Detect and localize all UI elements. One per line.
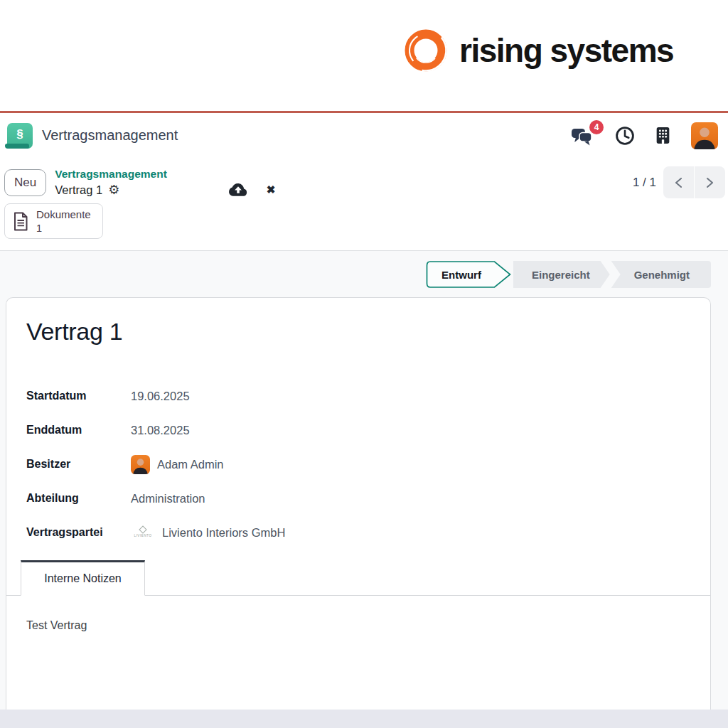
breadcrumb-current-row: Vertrag 1 ⚙ (55, 182, 167, 198)
field-label-besitzer: Besitzer (26, 458, 131, 471)
notebook-tabs: Interne Notizen (6, 560, 710, 596)
smart-button-label: Dokumente (36, 208, 91, 222)
status-step-eingereicht[interactable]: Eingereicht (513, 261, 610, 288)
form-view: Entwurf Eingereicht Genehmigt Vertrag 1 … (0, 251, 728, 710)
breadcrumb-row: Neu Vertragsmanagement Vertrag 1 ⚙ ✖ (4, 166, 725, 198)
status-step-label: Entwurf (426, 261, 497, 288)
section-sign-glyph: § (16, 127, 23, 141)
form-sheet: Vertrag 1 Startdatum 19.06.2025 Enddatum… (6, 297, 711, 710)
user-avatar[interactable] (691, 122, 718, 149)
field-row-besitzer: Besitzer Adam Admin (26, 454, 690, 475)
field-value-besitzer[interactable]: Adam Admin (131, 455, 224, 474)
page: rising systems § Vertragsmanagement 4 (0, 0, 728, 728)
breadcrumb-parent-link[interactable]: Vertragsmanagement (55, 167, 167, 182)
field-row-abteilung: Abteilung Administration (26, 488, 690, 509)
action-gear-icon[interactable]: ⚙ (108, 183, 119, 196)
liviento-diamond-icon (139, 526, 146, 534)
owner-avatar (131, 455, 150, 474)
new-record-button[interactable]: Neu (4, 169, 46, 196)
unread-count-badge: 4 (589, 120, 604, 134)
partner-company-logo: LIVIENTO (131, 527, 155, 538)
field-value-startdatum[interactable]: 19.06.2025 (131, 390, 190, 403)
control-panel: Neu Vertragsmanagement Vertrag 1 ⚙ ✖ (0, 158, 728, 250)
brand-wordmark: rising systems (459, 31, 673, 70)
notebook: Interne Notizen Test Vertrag (6, 560, 710, 655)
field-group: Startdatum 19.06.2025 Enddatum 31.08.202… (26, 385, 690, 543)
field-label-enddatum: Enddatum (26, 424, 131, 437)
status-step-entwurf[interactable]: Entwurf (426, 261, 511, 288)
field-label-abteilung: Abteilung (26, 492, 131, 505)
field-value-enddatum[interactable]: 31.08.2025 (131, 424, 190, 437)
app-icon-ledge (5, 144, 29, 149)
documents-smart-button[interactable]: Dokumente 1 (4, 203, 103, 239)
internal-notes-content[interactable]: Test Vertrag (6, 596, 710, 655)
pager-next-button[interactable] (695, 166, 725, 198)
record-save-indicators: ✖ (228, 182, 276, 197)
brand-strip: rising systems (0, 0, 728, 111)
breadcrumb-current: Vertrag 1 (55, 182, 102, 198)
status-step-genehmigt[interactable]: Genehmigt (611, 261, 711, 288)
field-row-startdatum: Startdatum 19.06.2025 (26, 385, 690, 407)
rising-systems-logo: rising systems (402, 27, 673, 74)
breadcrumb: Vertragsmanagement Vertrag 1 ⚙ (55, 167, 167, 198)
field-row-vertragspartei: Vertragspartei LIVIENTO Liviento Interio… (26, 522, 690, 543)
pager-count: 1 / 1 (633, 176, 656, 190)
owner-name: Adam Admin (157, 458, 224, 471)
statusbar: Entwurf Eingereicht Genehmigt (426, 261, 711, 288)
apps-menu-icon[interactable] (655, 126, 671, 145)
liviento-wordmark: LIVIENTO (134, 535, 151, 538)
messages-icon[interactable]: 4 (570, 126, 595, 146)
smart-buttons-row: Dokumente 1 (4, 203, 725, 239)
app-menu-title[interactable]: Vertragsmanagement (42, 127, 178, 144)
systray: 4 (570, 122, 718, 149)
bottom-scroll-track[interactable] (0, 710, 728, 728)
tab-interne-notizen[interactable]: Interne Notizen (21, 560, 145, 596)
app-header: § Vertragsmanagement 4 (0, 113, 728, 158)
partner-name: Liviento Interiors GmbH (162, 526, 285, 540)
field-row-enddatum: Enddatum 31.08.2025 (26, 419, 690, 441)
activities-clock-icon[interactable] (615, 126, 635, 146)
smart-button-count: 1 (36, 222, 42, 235)
document-icon (13, 212, 28, 231)
field-label-vertragspartei: Vertragspartei (26, 526, 131, 539)
pager-previous-button[interactable] (663, 166, 694, 198)
discard-icon[interactable]: ✖ (267, 183, 276, 196)
save-cloud-icon[interactable] (228, 182, 248, 197)
record-title[interactable]: Vertrag 1 (26, 318, 690, 346)
field-value-abteilung[interactable]: Administration (131, 492, 205, 505)
logo-swirl-icon (402, 27, 449, 74)
pager: 1 / 1 (633, 166, 725, 198)
contract-app-icon: § (7, 123, 33, 149)
field-label-startdatum: Startdatum (26, 390, 131, 402)
app-header-left: § Vertragsmanagement (7, 123, 178, 149)
field-value-vertragspartei[interactable]: LIVIENTO Liviento Interiors GmbH (131, 526, 285, 540)
